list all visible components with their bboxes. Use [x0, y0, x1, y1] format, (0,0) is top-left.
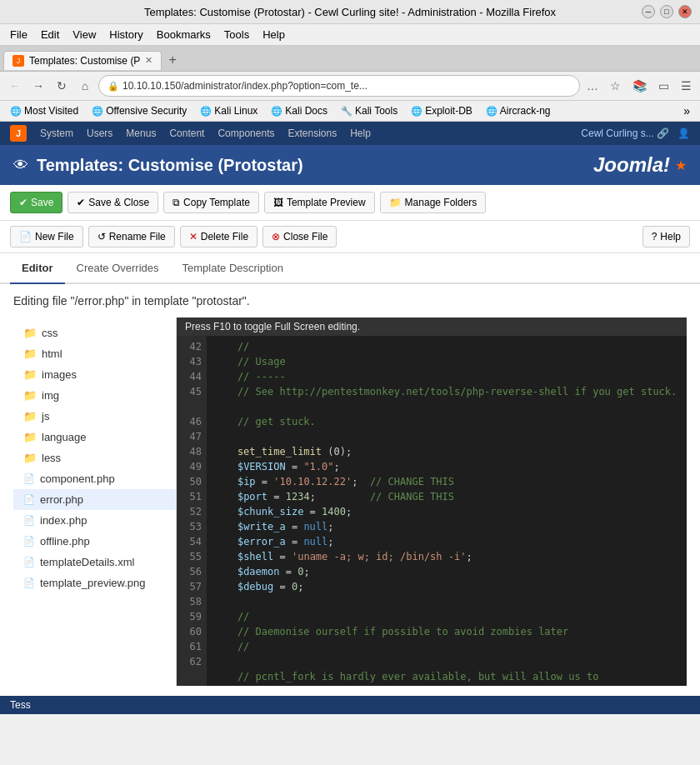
- menu-bookmarks[interactable]: Bookmarks: [150, 26, 218, 43]
- menu-view[interactable]: View: [66, 26, 102, 43]
- save-close-button[interactable]: ✔ Save & Close: [68, 192, 158, 213]
- save-icon: ✔: [19, 197, 28, 208]
- copy-template-button[interactable]: ⧉ Copy Template: [163, 192, 259, 213]
- manage-folders-button[interactable]: 📁 Manage Folders: [380, 192, 487, 213]
- bookmark-most-visited[interactable]: 🌐 Most Visited: [5, 103, 83, 118]
- bookmark-icon-2: 🌐: [92, 106, 103, 117]
- folder-label-css: css: [42, 327, 58, 339]
- delete-file-button[interactable]: ✕ Delete File: [180, 226, 258, 248]
- bookmark-kali-docs[interactable]: 🌐 Kali Docs: [266, 103, 332, 118]
- folder-css[interactable]: 📁 css: [13, 322, 176, 343]
- bookmark-offensive-security[interactable]: 🌐 Offensive Security: [87, 103, 192, 118]
- bookmark-star-button[interactable]: ☆: [607, 78, 624, 94]
- joomla-site-link[interactable]: Cewl Curling s... 🔗: [581, 128, 669, 139]
- browser-tab-active[interactable]: J Templates: Customise (P ✕: [3, 51, 162, 70]
- folder-img[interactable]: 📁 img: [13, 385, 176, 406]
- code-area[interactable]: 42 43 44 45 46 47 48 49 50 51 52 53 54 5…: [177, 336, 687, 686]
- template-preview-button[interactable]: 🖼 Template Preview: [264, 192, 375, 213]
- rename-file-button[interactable]: ↺ Rename File: [88, 226, 175, 248]
- save-button[interactable]: ✔ Save: [10, 192, 62, 213]
- code-editor[interactable]: Press F10 to toggle Full Screen editing.…: [177, 318, 687, 686]
- file-label-component: component.php: [40, 472, 115, 485]
- folder-icon-css: 📁: [23, 327, 37, 339]
- close-button[interactable]: ✕: [678, 5, 692, 18]
- file-icon-offline: 📄: [23, 536, 35, 547]
- url-bar[interactable]: 🔒 10.10.10.150/administrator/index.php?o…: [98, 75, 580, 97]
- folder-js[interactable]: 📁 js: [13, 406, 176, 427]
- joomla-nav-menus[interactable]: Menus: [126, 128, 156, 139]
- joomla-nav-extensions[interactable]: Extensions: [288, 128, 337, 139]
- bookmark-icon-6: 🌐: [411, 106, 422, 117]
- joomla-nav-system[interactable]: System: [40, 128, 73, 139]
- close-file-button[interactable]: ⊗ Close File: [262, 226, 337, 248]
- sidebar-button[interactable]: ▭: [655, 78, 672, 94]
- bookmark-kali-linux[interactable]: 🌐 Kali Linux: [195, 103, 262, 118]
- manage-folders-label: Manage Folders: [405, 197, 478, 208]
- folder-images[interactable]: 📁 images: [13, 364, 176, 385]
- reload-button[interactable]: ↻: [52, 76, 72, 96]
- file-error-php[interactable]: 📄 error.php: [13, 489, 176, 510]
- current-user-label: Tess: [10, 699, 31, 711]
- file-icon-component: 📄: [23, 473, 35, 484]
- joomla-nav-help[interactable]: Help: [350, 128, 371, 139]
- folder-language[interactable]: 📁 language: [13, 427, 176, 448]
- maximize-button[interactable]: □: [660, 5, 673, 18]
- more-button[interactable]: …: [583, 78, 602, 94]
- new-tab-button[interactable]: +: [162, 49, 182, 71]
- tab-editor[interactable]: Editor: [10, 253, 65, 284]
- menu-edit[interactable]: Edit: [34, 26, 66, 43]
- bookmark-label-7: Aircrack-ng: [500, 105, 551, 117]
- minimize-button[interactable]: ─: [642, 5, 655, 18]
- file-index-php[interactable]: 📄 index.php: [13, 510, 176, 531]
- folder-label-less: less: [42, 452, 61, 464]
- file-offline-php[interactable]: 📄 offline.php: [13, 531, 176, 552]
- menu-tools[interactable]: Tools: [218, 26, 256, 43]
- bookmark-exploit-db[interactable]: 🌐 Exploit-DB: [406, 103, 478, 118]
- joomla-nav-right: Cewl Curling s... 🔗 👤: [581, 128, 690, 139]
- joomla-header-left: 👁 Templates: Customise (Protostar): [13, 156, 303, 175]
- folder-html[interactable]: 📁 html: [13, 343, 176, 364]
- library-button[interactable]: 📚: [629, 78, 650, 94]
- help-label: Help: [660, 231, 681, 242]
- folder-icon: 📁: [389, 197, 402, 208]
- file-template-preview-png[interactable]: 📄 template_preview.png: [13, 572, 176, 593]
- folder-label-html: html: [42, 348, 62, 360]
- file-label-index: index.php: [40, 514, 87, 527]
- joomla-logo-right: Joomla! ★: [593, 153, 687, 177]
- bookmark-kali-tools[interactable]: 🔧 Kali Tools: [336, 103, 402, 118]
- bookmark-icon-7: 🌐: [486, 106, 498, 117]
- forward-button[interactable]: →: [28, 76, 48, 96]
- file-label-template-details: templateDetails.xml: [40, 556, 134, 568]
- back-button[interactable]: ←: [5, 76, 25, 96]
- menu-history[interactable]: History: [102, 26, 149, 43]
- new-file-button[interactable]: 📄 New File: [10, 226, 83, 248]
- menu-file[interactable]: File: [3, 26, 34, 43]
- joomla-nav-components[interactable]: Components: [218, 128, 274, 139]
- file-component-php[interactable]: 📄 component.php: [13, 468, 176, 489]
- joomla-nav-users[interactable]: Users: [87, 128, 112, 139]
- tab-template-description[interactable]: Template Description: [171, 253, 295, 284]
- help-button[interactable]: ? Help: [642, 226, 690, 248]
- bookmark-label-5: Kali Tools: [355, 105, 398, 117]
- url-text: 10.10.10.150/administrator/index.php?opt…: [122, 80, 571, 92]
- home-button[interactable]: ⌂: [75, 76, 95, 96]
- eye-icon: 👁: [13, 157, 28, 174]
- editing-file-label: Editing file "/error.php" in template "p…: [13, 294, 687, 308]
- bookmarks-more-button[interactable]: »: [678, 102, 695, 119]
- address-bar: ← → ↻ ⌂ 🔒 10.10.10.150/administrator/ind…: [0, 72, 700, 101]
- editor-layout: 📁 css 📁 html 📁 images 📁 img 📁 js 📁 l: [13, 318, 687, 686]
- bookmark-aircrack-ng[interactable]: 🌐 Aircrack-ng: [481, 103, 556, 118]
- tab-close-icon[interactable]: ✕: [145, 55, 152, 66]
- file-template-details-xml[interactable]: 📄 templateDetails.xml: [13, 552, 176, 572]
- close-file-label: Close File: [283, 231, 328, 242]
- bookmark-icon-3: 🌐: [200, 106, 212, 117]
- joomla-user-icon[interactable]: 👤: [678, 128, 690, 139]
- code-content[interactable]: // // Usage // ----- // See http://pente…: [207, 336, 687, 686]
- joomla-nav-content[interactable]: Content: [169, 128, 204, 139]
- menu-help[interactable]: Help: [256, 26, 292, 43]
- folder-less[interactable]: 📁 less: [13, 448, 176, 468]
- window-controls[interactable]: ─ □ ✕: [642, 5, 692, 18]
- save-close-label: Save & Close: [88, 197, 149, 208]
- menu-button[interactable]: ☰: [678, 78, 695, 94]
- tab-create-overrides[interactable]: Create Overrides: [65, 253, 171, 284]
